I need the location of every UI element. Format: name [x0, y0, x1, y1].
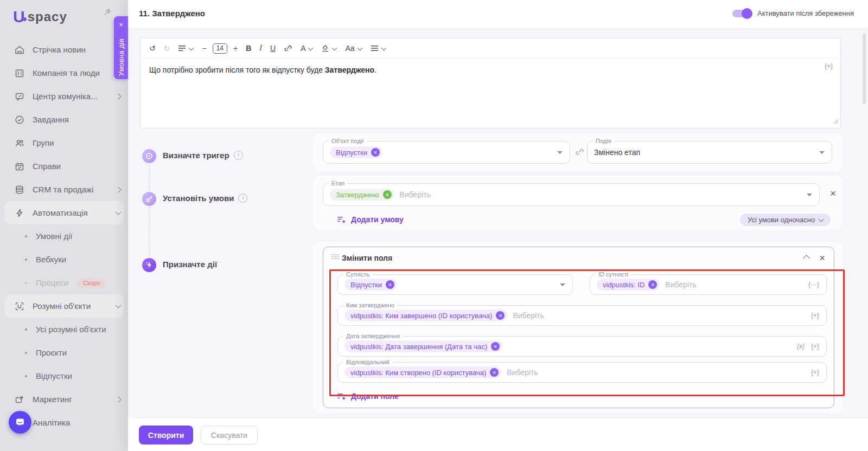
chip-remove-icon[interactable]: ×: [371, 148, 380, 157]
chip-remove-icon[interactable]: ×: [386, 280, 394, 289]
undo-button[interactable]: ↺: [147, 43, 158, 54]
sidebar-item-automation[interactable]: Автоматизація: [4, 201, 124, 224]
chip-remove-icon[interactable]: ×: [496, 311, 505, 320]
highlight-color-button[interactable]: [319, 43, 339, 53]
close-icon[interactable]: ×: [114, 21, 128, 29]
collapse-icon[interactable]: [803, 255, 810, 262]
conditional-action-tab[interactable]: × Умовна дія: [114, 16, 128, 79]
sidebar-item-groups[interactable]: Групи: [0, 131, 128, 154]
insert-variable-button[interactable]: {+}: [811, 312, 819, 319]
panel-close-button[interactable]: ×: [819, 252, 825, 264]
align-button[interactable]: [368, 44, 388, 53]
italic-button[interactable]: I: [257, 43, 264, 54]
chevron-down-icon: [381, 45, 386, 50]
scan-u-icon: [14, 301, 25, 312]
sidebar-item-communications[interactable]: Центр комуніка...: [0, 85, 128, 108]
activate-toggle[interactable]: [732, 10, 751, 17]
sidebar-nav: Стрічка новин Компанія та люди Центр ком…: [0, 38, 128, 434]
info-icon[interactable]: i: [234, 151, 243, 160]
entity-chip[interactable]: Відпустки×: [344, 279, 397, 291]
sidebar-item-conditional-actions[interactable]: Умовні дії: [0, 224, 128, 248]
add-field-button[interactable]: Додати поле: [337, 392, 399, 401]
insert-variable-button[interactable]: {+}: [811, 369, 819, 376]
variable-token-button[interactable]: {···}: [808, 281, 819, 288]
text-color-button[interactable]: A: [298, 43, 315, 54]
actions-step-icon: [142, 258, 156, 272]
dropdown-caret-icon[interactable]: [560, 284, 565, 286]
sidebar-item-marketing[interactable]: Маркетинг: [0, 388, 128, 411]
formula-token-button[interactable]: {x}: [797, 343, 805, 350]
chevron-down-icon: [308, 45, 314, 50]
pin-icon[interactable]: [103, 8, 112, 18]
sidebar-item-tasks[interactable]: Завдання: [0, 108, 128, 131]
chat-launcher-button[interactable]: [9, 411, 31, 434]
megaphone-icon: [14, 394, 25, 405]
drawer-header: 11. Затверджено Активувати після збереже…: [128, 0, 868, 29]
resize-handle[interactable]: [833, 117, 839, 126]
activate-toggle-label: Активувати після збереження: [757, 9, 854, 17]
drag-handle-icon[interactable]: ⠿⠿: [330, 253, 339, 261]
add-condition-button[interactable]: Додати умову: [337, 215, 404, 224]
sidebar-item-crm[interactable]: CRM та продажі: [0, 178, 128, 201]
line-spacing-button[interactable]: [176, 44, 196, 53]
steps-connector: [149, 165, 150, 256]
sidebar-item-processes: Процеси Скоро: [0, 271, 128, 294]
link-button[interactable]: [282, 43, 295, 53]
sidebar-item-smart-objects[interactable]: Розумні об'єкти: [4, 294, 124, 318]
stage-chip[interactable]: Затверджено×: [330, 189, 394, 201]
chip-remove-icon[interactable]: ×: [648, 280, 657, 289]
create-button[interactable]: Створити: [139, 426, 193, 444]
activate-toggle-group: Активувати після збереження: [732, 9, 854, 17]
sidebar-item-all-smart-objects[interactable]: Усі розумні об'єкти: [0, 318, 128, 341]
chevron-right-icon: [115, 93, 121, 99]
approval-date-field[interactable]: Дата затвердження vidpustkis: Дата завер…: [337, 336, 827, 357]
conditions-step: Установіть умови i: [163, 194, 247, 203]
sidebar-item-projects[interactable]: Проєкти: [0, 341, 128, 364]
entity-id-field[interactable]: ID сутності vidpustkis: ID× Виберіть {··…: [590, 274, 827, 295]
approved-by-placeholder: Виберіть: [513, 311, 544, 320]
actions-step: Призначте дії: [163, 260, 217, 269]
bolt-icon: [14, 208, 25, 218]
font-size-value[interactable]: 14: [213, 43, 227, 54]
description-editor[interactable]: ↺ ↻ − 14 + B I U A Aa Що потрібно зробит…: [140, 38, 841, 128]
underline-button[interactable]: U: [268, 43, 278, 54]
chip-remove-icon[interactable]: ×: [383, 190, 392, 199]
soon-badge: Скоро: [77, 278, 106, 288]
approved-by-chip[interactable]: vidpustkis: Ким завершено (ID користувач…: [344, 310, 507, 321]
stage-field[interactable]: Етап Затверджено× Виберіть: [323, 183, 820, 206]
font-size-decrease-button[interactable]: −: [200, 43, 208, 54]
text-case-button[interactable]: Aa: [343, 43, 364, 54]
insert-variable-button[interactable]: {+}: [825, 62, 833, 70]
sidebar-item-vacations[interactable]: Відпустки: [0, 364, 128, 388]
info-icon[interactable]: i: [238, 194, 247, 203]
editor-text[interactable]: Що потрібно зробити після того як відпус…: [141, 59, 840, 81]
remove-condition-button[interactable]: ×: [830, 188, 836, 198]
chip-remove-icon[interactable]: ×: [490, 368, 499, 377]
responsible-placeholder: Виберіть: [507, 368, 538, 377]
sidebar-item-webhooks[interactable]: Вебхуки: [0, 248, 128, 271]
event-object-chip[interactable]: Відпустки×: [330, 146, 382, 158]
sidebar-item-company[interactable]: Компанія та люди: [0, 61, 128, 85]
cancel-button[interactable]: Скасувати: [201, 426, 258, 444]
bold-button[interactable]: B: [244, 43, 253, 54]
responsible-field[interactable]: Відповідальний vidpustkis: Ким створено …: [337, 362, 827, 383]
conditions-logic-pill[interactable]: Усі умови одночасно: [740, 214, 831, 226]
font-size-increase-button[interactable]: +: [231, 43, 240, 54]
chip-remove-icon[interactable]: ×: [491, 342, 500, 351]
approved-by-field[interactable]: Ким затверджено vidpustkis: Ким завершен…: [337, 305, 827, 326]
link-fields-icon[interactable]: [575, 147, 584, 158]
dropdown-caret-icon[interactable]: [807, 194, 812, 196]
responsible-chip[interactable]: vidpustkis: Ким створено (ID користувача…: [344, 366, 501, 378]
entity-field[interactable]: Сутність Відпустки×: [337, 274, 573, 295]
app-root: U spacy Стрічка новин Компанія та люди Ц…: [0, 0, 868, 451]
insert-variable-button[interactable]: {+}: [811, 343, 819, 350]
sidebar-item-newsfeed[interactable]: Стрічка новин: [0, 38, 128, 61]
dropdown-caret-icon[interactable]: [819, 151, 825, 154]
dropdown-caret-icon[interactable]: [557, 151, 563, 154]
event-object-field[interactable]: Об'єкт події Відпустки×: [323, 141, 570, 164]
sidebar-item-activities[interactable]: Справи: [0, 154, 128, 178]
approval-date-chip[interactable]: vidpustkis: Дата завершення (Дата та час…: [344, 340, 502, 352]
entity-id-chip[interactable]: vidpustkis: ID×: [597, 279, 660, 291]
event-field[interactable]: Подія Змінено етап: [587, 141, 832, 164]
scrollbar-thumb[interactable]: [863, 34, 866, 104]
